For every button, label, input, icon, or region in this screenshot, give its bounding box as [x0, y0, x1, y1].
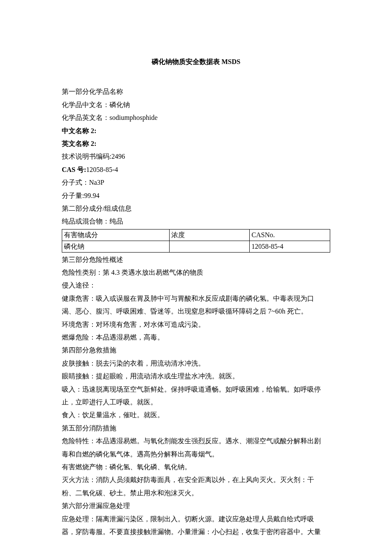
eye-label: 眼睛接触：	[62, 372, 96, 380]
td-concentration	[169, 241, 250, 252]
name-en-line: 化学品英文名：sodiumphosphide	[62, 111, 330, 124]
td-component: 磷化钠	[62, 241, 170, 252]
skin-label: 皮肤接触：	[62, 360, 96, 367]
tech-code-value: 2496	[111, 153, 125, 160]
inhale-line1: 吸入：迅速脱离现场至空气新鲜处。保持呼吸道通畅。如呼吸困难，给输氧。如呼吸停	[62, 383, 330, 396]
th-component: 有害物成分	[62, 229, 170, 241]
formula-value: Na3P	[89, 179, 104, 186]
section4-header: 第四部分急救措施	[62, 344, 330, 357]
eye-value: 提起眼睑，用流动清水或生理盐水冲洗。就医。	[96, 372, 239, 380]
section5-header: 第五部分消防措施	[62, 422, 330, 435]
ingest-line: 食入：饮足量温水，催吐。就医。	[62, 409, 330, 421]
combust-value: 磷化氢、氧化磷、氧化钠。	[110, 463, 191, 471]
env-line: 环境危害：对环境有危害，对水体可造成污染。	[62, 318, 330, 331]
cas-line: CAS 号:12058-85-4	[62, 163, 330, 176]
mw-line: 分子量:99.94	[62, 189, 330, 202]
tech-code-label: 技术说明书编码:	[62, 153, 111, 160]
cas-label: CAS 号:	[62, 166, 86, 173]
explode-label: 燃爆危险：	[62, 334, 96, 341]
hazard-char-line2: 毒和自燃的磷化氢气体。遇高热分解释出高毒烟气。	[62, 448, 330, 461]
section3-header: 第三部分危险性概述	[62, 253, 330, 266]
td-cas: 12058-85-4	[250, 241, 330, 252]
section1-header: 第一部分化学品名称	[62, 85, 330, 98]
pure-line: 纯品或混合物：纯品	[62, 215, 330, 228]
explode-line: 燃爆危险：本品遇湿易燃，高毒。	[62, 331, 330, 344]
section6-header: 第六部分泄漏应急处理	[62, 500, 330, 512]
combust-line: 有害燃烧产物：磷化氢、氧化磷、氧化钠。	[62, 461, 330, 474]
ingest-value: 饮足量温水，催吐。就医。	[82, 411, 164, 418]
cas-value: 12058-85-4	[86, 166, 118, 173]
extinguish-line2: 粉、二氧化碳、砂土。禁止用水和泡沫灭火。	[62, 487, 330, 500]
emergency-line2: 器，穿防毒服。不要直接接触泄漏物。小量泄漏：小心扫起，收集于密闭容器中。大量	[62, 526, 330, 538]
th-concentration: 浓度	[169, 229, 250, 241]
th-cas: CASNo.	[250, 229, 330, 241]
hazard-char-line1: 危险特性：本品遇湿易燃。与氧化剂能发生强烈反应。遇水、潮湿空气或酸分解释出剧	[62, 435, 330, 447]
eye-line: 眼睛接触：提起眼睑，用流动清水或生理盐水冲洗。就医。	[62, 370, 330, 383]
en-name2-label: 英文名称 2:	[62, 137, 330, 150]
explode-value: 本品遇湿易燃，高毒。	[96, 334, 164, 341]
inhale-line2: 止，立即进行人工呼吸。就医。	[62, 396, 330, 409]
pure-label: 纯品或混合物：	[62, 218, 110, 225]
cn-name2-label: 中文名称 2:	[62, 125, 330, 137]
name-en-label: 化学品英文名：	[62, 114, 110, 121]
combust-label: 有害燃烧产物：	[62, 463, 110, 471]
hazard-category-value: 第 4.3 类遇水放出易燃气体的物质	[103, 269, 203, 276]
emergency-line1: 应急处理：隔离泄漏污染区，限制出入。切断火源。建议应急处理人员戴自给式呼吸	[62, 513, 330, 526]
table-header-row: 有害物成分 浓度 CASNo.	[62, 229, 330, 241]
health-line1: 健康危害：吸入或误服在胃及肺中可与胃酸和水反应成剧毒的磷化氢。中毒表现为口	[62, 292, 330, 305]
route-label: 侵入途径：	[62, 279, 330, 292]
env-label: 环境危害：	[62, 321, 96, 328]
pure-value: 纯品	[110, 218, 123, 225]
skin-value: 脱去污染的衣着，用流动清水冲洗。	[96, 360, 205, 367]
skin-line: 皮肤接触：脱去污染的衣着，用流动清水冲洗。	[62, 357, 330, 370]
name-cn-label: 化学品中文名：	[62, 101, 110, 108]
composition-table: 有害物成分 浓度 CASNo. 磷化钠 12058-85-4	[62, 229, 330, 253]
hazard-category-label: 危险性类别：	[62, 269, 103, 276]
ingest-label: 食入：	[62, 411, 82, 418]
name-cn-line: 化学品中文名：磷化钠	[62, 99, 330, 111]
extinguish-line1: 灭火方法：消防人员须戴好防毒面具，在安全距离以外，在上风向灭火。灭火剂：干	[62, 474, 330, 486]
health-line2: 渴、恶心、腹泻、呼吸困难、昏迷等。出现窒息和呼吸循环障碍之后 7~60h 死亡。	[62, 305, 330, 318]
name-en-value: sodiumphosphide	[110, 114, 158, 121]
document-title: 磷化钠物质安全数据表 MSDS	[62, 55, 330, 68]
mw-value: 99.94	[84, 192, 99, 199]
table-row: 磷化钠 12058-85-4	[62, 241, 330, 252]
env-value: 对环境有危害，对水体可造成污染。	[96, 321, 205, 328]
formula-label: 分子式：	[62, 179, 89, 186]
hazard-category-line: 危险性类别：第 4.3 类遇水放出易燃气体的物质	[62, 266, 330, 279]
mw-label: 分子量:	[62, 192, 84, 199]
formula-line: 分子式：Na3P	[62, 176, 330, 189]
tech-code-line: 技术说明书编码:2496	[62, 150, 330, 163]
name-cn-value: 磷化钠	[110, 101, 130, 108]
section2-header: 第二部分成分/组成信息	[62, 202, 330, 215]
